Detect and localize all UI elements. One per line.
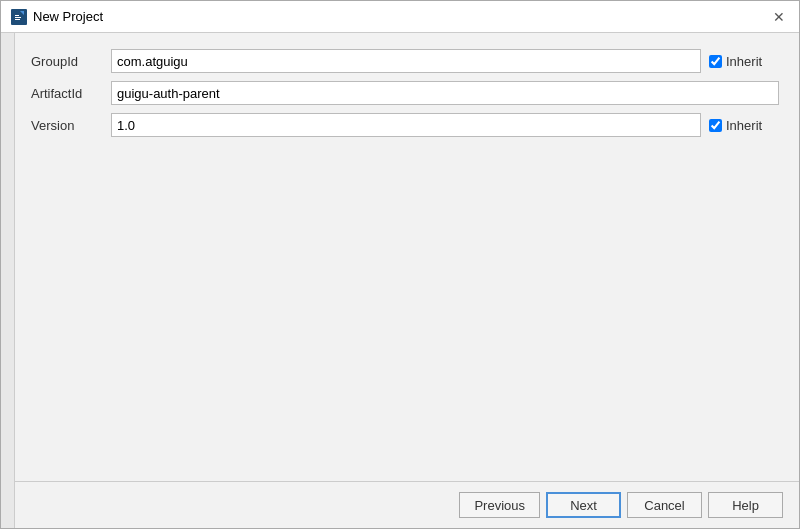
previous-button[interactable]: Previous [459, 492, 540, 518]
form-content: GroupId Inherit ArtifactId Version Inher… [1, 33, 799, 481]
next-button[interactable]: Next [546, 492, 621, 518]
svg-rect-2 [15, 17, 21, 18]
groupid-input[interactable] [111, 49, 701, 73]
groupid-inherit-group: Inherit [709, 54, 779, 69]
groupid-label: GroupId [31, 54, 111, 69]
version-row: Version Inherit [31, 113, 779, 137]
version-input[interactable] [111, 113, 701, 137]
groupid-row: GroupId Inherit [31, 49, 779, 73]
version-inherit-label: Inherit [726, 118, 762, 133]
version-inherit-checkbox[interactable] [709, 119, 722, 132]
new-project-dialog: New Project ✕ GroupId Inherit ArtifactId… [0, 0, 800, 529]
groupid-inherit-checkbox[interactable] [709, 55, 722, 68]
dialog-icon [11, 9, 27, 25]
groupid-inherit-label: Inherit [726, 54, 762, 69]
artifactid-row: ArtifactId [31, 81, 779, 105]
artifactid-input[interactable] [111, 81, 779, 105]
cancel-button[interactable]: Cancel [627, 492, 702, 518]
version-inherit-group: Inherit [709, 118, 779, 133]
dialog-title: New Project [33, 9, 103, 24]
version-label: Version [31, 118, 111, 133]
close-button[interactable]: ✕ [769, 7, 789, 27]
svg-rect-3 [15, 19, 20, 20]
help-button[interactable]: Help [708, 492, 783, 518]
artifactid-label: ArtifactId [31, 86, 111, 101]
button-bar: Previous Next Cancel Help [1, 481, 799, 528]
content-spacer [31, 145, 779, 465]
svg-rect-1 [15, 15, 19, 16]
title-bar: New Project ✕ [1, 1, 799, 33]
title-bar-left: New Project [11, 9, 103, 25]
left-panel [1, 33, 15, 528]
